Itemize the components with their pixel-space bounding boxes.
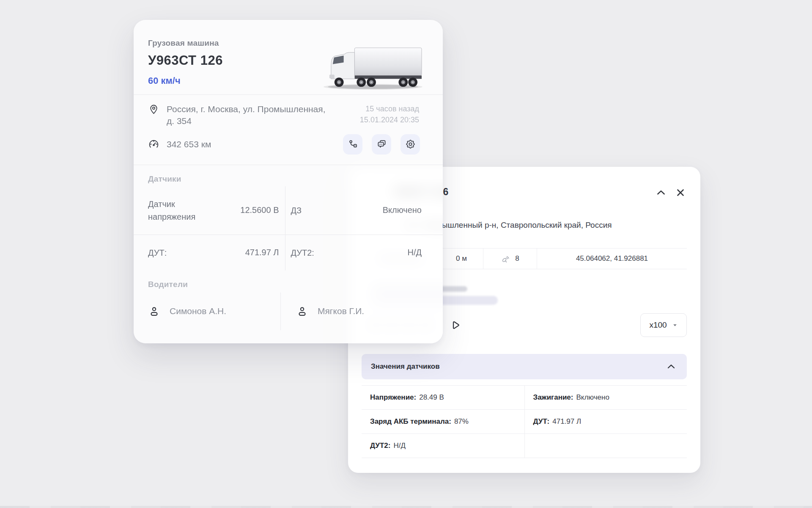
- sensor-value-cell: Заряд АКБ терминала:87%: [362, 410, 524, 433]
- close-icon: [675, 187, 686, 198]
- app-background: У963СТ 126 Промышленный р-н, Ставропольс…: [0, 0, 812, 508]
- location-pin-icon: [148, 103, 159, 115]
- collapse-chevron-button[interactable]: [665, 360, 678, 373]
- track-stat-distance: 0 м: [440, 248, 483, 269]
- gear-icon: [405, 139, 416, 149]
- last-update-datetime: 15.01.2024 20:35: [360, 114, 419, 125]
- sensor-value-cell: ДУТ:471.97 Л: [524, 410, 687, 433]
- play-button[interactable]: [448, 318, 462, 332]
- route-button[interactable]: [343, 134, 362, 155]
- drivers-list: Симонов А.Н. Мягков Г.И.: [148, 293, 428, 330]
- sensor-value-cell-empty: [524, 434, 687, 458]
- sensor-cell: Датчик напряжения 12.5600 В: [148, 186, 285, 235]
- satellite-count: 8: [515, 254, 519, 263]
- sensor-value-cell: Напряжение:28.49 В: [362, 386, 524, 409]
- vehicle-address: Россия, г. Москва, ул. Промышленная, д. …: [167, 103, 327, 127]
- playback-speed-select[interactable]: x100: [640, 313, 687, 337]
- panel-close-button[interactable]: [674, 186, 687, 199]
- speedometer-icon: [148, 138, 159, 150]
- chat-button[interactable]: [372, 134, 391, 155]
- chat-icon: [376, 139, 387, 149]
- sensor-values-table: Напряжение:28.49 В Зажигание:Включено За…: [362, 385, 687, 458]
- play-icon: [449, 319, 461, 331]
- driver-name: Симонов А.Н.: [170, 306, 226, 316]
- driver-item: Симонов А.Н.: [148, 293, 281, 330]
- divider: [134, 165, 443, 165]
- odometer-value: 342 653 км: [167, 139, 211, 149]
- settings-button[interactable]: [401, 134, 420, 155]
- sensor-values-toggle[interactable]: Значения датчиков: [362, 354, 687, 379]
- playback-speed-value: x100: [649, 320, 667, 330]
- satellite-icon: [501, 254, 511, 264]
- sensors-section-title: Датчики: [148, 174, 428, 184]
- sensor-cell: ДЗ Включено: [285, 186, 429, 235]
- chevron-up-icon: [656, 187, 667, 198]
- sensor-row: ДУТ: 471.97 Л ДУТ2: Н/Д: [148, 235, 428, 271]
- drivers-section-title: Водители: [148, 280, 428, 289]
- sensor-values-title: Значения датчиков: [371, 362, 440, 371]
- sensor-value-cell: ДУТ2:Н/Д: [362, 434, 524, 458]
- divider: [134, 94, 443, 95]
- caret-down-icon: [672, 322, 678, 328]
- track-stat-satellites: 8: [483, 248, 537, 269]
- sensor-value-cell: Зажигание:Включено: [524, 386, 687, 409]
- truck-image: [320, 44, 425, 92]
- last-update: 15 часов назад 15.01.2024 20:35: [360, 103, 419, 125]
- panel-collapse-button[interactable]: [655, 186, 667, 199]
- person-icon: [148, 305, 160, 318]
- table-row: ДУТ2:Н/Д: [362, 434, 687, 458]
- track-stat-coordinates: 45.064062, 41.926881: [537, 248, 687, 269]
- vehicle-card: Грузовая машина У963СТ 126 60 км/ч: [134, 20, 443, 343]
- sensors-grid: Датчик напряжения 12.5600 В ДЗ Включено …: [148, 186, 428, 271]
- bottom-edge-strip: [0, 506, 812, 508]
- table-row: Заряд АКБ терминала:87% ДУТ:471.97 Л: [362, 410, 687, 434]
- sensor-row: Датчик напряжения 12.5600 В ДЗ Включено: [148, 186, 428, 235]
- track-address: Промышленный р-н, Ставропольский край, Р…: [422, 221, 612, 230]
- sensor-cell: ДУТ: 471.97 Л: [148, 235, 285, 271]
- person-icon: [296, 305, 308, 318]
- table-row: Напряжение:28.49 В Зажигание:Включено: [362, 386, 687, 410]
- driver-item: Мягков Г.И.: [281, 293, 428, 330]
- chevron-up-icon: [666, 362, 676, 372]
- route-icon: [348, 139, 358, 149]
- driver-name: Мягков Г.И.: [318, 306, 364, 316]
- last-update-relative: 15 часов назад: [360, 103, 419, 114]
- sensor-cell: ДУТ2: Н/Д: [285, 235, 429, 271]
